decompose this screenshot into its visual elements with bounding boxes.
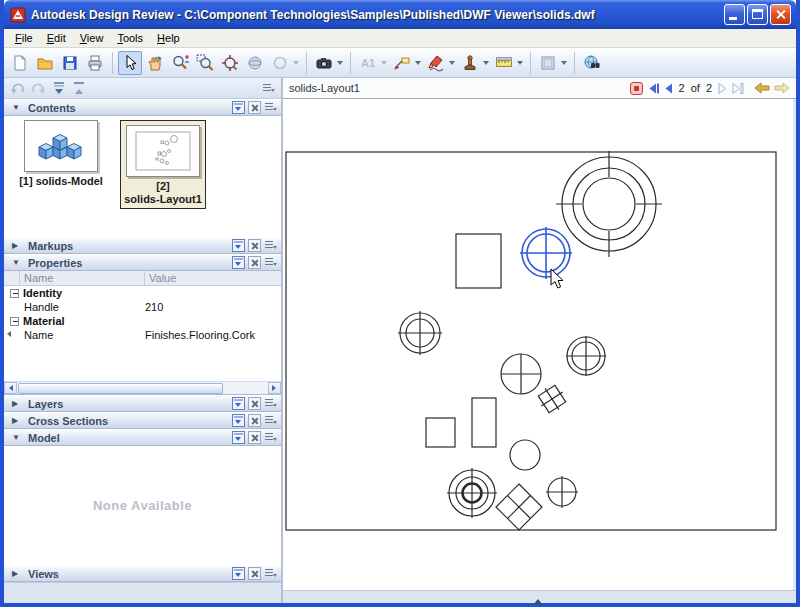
close-panel-icon[interactable]: [248, 567, 261, 580]
drawing-target-circle: [398, 311, 442, 355]
content-item-model[interactable]: [1] solids-Model: [10, 120, 112, 188]
last-page-button[interactable]: [731, 83, 744, 94]
close-panel-icon[interactable]: [248, 239, 261, 252]
dock-panel-icon[interactable]: [232, 431, 245, 444]
sidebar-collapse-handle[interactable]: [4, 328, 8, 342]
panel-header-properties[interactable]: ▼ Properties: [4, 254, 281, 271]
close-panel-icon[interactable]: [248, 397, 261, 410]
close-button[interactable]: [770, 4, 791, 25]
collapse-group-icon[interactable]: [10, 289, 19, 298]
close-panel-icon[interactable]: [248, 101, 261, 114]
measure-button[interactable]: [492, 51, 516, 75]
measure-dropdown-caret[interactable]: [517, 61, 523, 68]
fit-to-window-button[interactable]: [218, 51, 242, 75]
dock-panel-icon[interactable]: [232, 256, 245, 269]
next-page-button[interactable]: [717, 83, 727, 94]
panel-options-icon[interactable]: [264, 256, 277, 269]
snapshot-dropdown-caret[interactable]: [337, 61, 343, 68]
orbit-tool-button[interactable]: [243, 51, 267, 75]
minimize-button[interactable]: [724, 4, 745, 25]
sheet-dropdown-caret[interactable]: [561, 61, 567, 68]
panel-options-icon[interactable]: [264, 431, 277, 444]
freehand-dropdown-caret[interactable]: [449, 61, 455, 68]
menu-edit[interactable]: Edit: [40, 30, 73, 46]
panel-header-model[interactable]: ▼ Model: [4, 429, 281, 446]
panel-options-icon[interactable]: [264, 567, 277, 580]
close-panel-icon[interactable]: [248, 431, 261, 444]
toolbar-separator: [306, 52, 307, 74]
previous-page-button[interactable]: [664, 83, 674, 94]
zoom-tool-button[interactable]: [168, 51, 192, 75]
expand-arrow-icon[interactable]: ▶: [12, 399, 22, 408]
text-markup-dropdown-caret[interactable]: [381, 61, 387, 68]
undo-icon[interactable]: [10, 82, 25, 95]
property-row[interactable]: Identity: [4, 286, 281, 300]
next-markup-icon[interactable]: [52, 81, 66, 95]
dock-panel-icon[interactable]: [232, 239, 245, 252]
property-row[interactable]: Name Finishes.Flooring.Cork: [4, 328, 281, 342]
new-document-button[interactable]: [8, 51, 32, 75]
stamp-button[interactable]: [458, 51, 482, 75]
select-tool-button[interactable]: [118, 51, 142, 75]
panel-header-views[interactable]: ▶ Views: [4, 565, 281, 582]
menu-tools[interactable]: Tools: [110, 30, 150, 46]
property-row[interactable]: Handle 210: [4, 300, 281, 314]
text-markup-button[interactable]: A1: [356, 51, 380, 75]
find-button[interactable]: [580, 51, 604, 75]
menu-help[interactable]: Help: [150, 30, 187, 46]
collapse-group-icon[interactable]: [10, 317, 19, 326]
scroll-right-button[interactable]: [268, 382, 281, 394]
new-document-icon: [11, 54, 29, 72]
panel-options-icon[interactable]: [264, 414, 277, 427]
panel-header-contents[interactable]: ▼ Contents: [4, 99, 281, 116]
collapse-arrow-icon[interactable]: ▼: [12, 103, 22, 112]
print-button[interactable]: [83, 51, 107, 75]
maximize-button[interactable]: [747, 4, 768, 25]
drawing-canvas[interactable]: [283, 99, 796, 590]
turntable-dropdown-caret[interactable]: [293, 61, 299, 68]
previous-markup-icon[interactable]: [72, 81, 86, 95]
panel-options-icon[interactable]: [264, 101, 277, 114]
expand-bottom-panel-icon[interactable]: [533, 594, 543, 605]
scroll-left-button[interactable]: [4, 382, 17, 394]
freehand-markup-button[interactable]: [424, 51, 448, 75]
callout-dropdown-caret[interactable]: [415, 61, 421, 68]
open-button[interactable]: [33, 51, 57, 75]
save-button[interactable]: [58, 51, 82, 75]
panel-header-markups[interactable]: ▶ Markups: [4, 237, 281, 254]
panel-options-icon[interactable]: [264, 239, 277, 252]
sidebar-options-icon[interactable]: [262, 82, 275, 95]
dock-panel-icon[interactable]: [232, 414, 245, 427]
zoom-rectangle-button[interactable]: [193, 51, 217, 75]
callout-markup-button[interactable]: [390, 51, 414, 75]
close-panel-icon[interactable]: [248, 414, 261, 427]
property-row[interactable]: Material: [4, 314, 281, 328]
snapshot-button[interactable]: [312, 51, 336, 75]
expand-arrow-icon[interactable]: ▶: [12, 569, 22, 578]
content-item-layout1[interactable]: [2] solids-Layout1: [120, 120, 206, 209]
view-forward-button[interactable]: [774, 82, 790, 94]
menu-view[interactable]: View: [73, 30, 111, 46]
dock-panel-icon[interactable]: [232, 397, 245, 410]
first-page-button[interactable]: [647, 83, 660, 94]
turntable-tool-button[interactable]: [268, 51, 292, 75]
dock-panel-icon[interactable]: [232, 101, 245, 114]
dock-panel-icon[interactable]: [232, 567, 245, 580]
close-panel-icon[interactable]: [248, 256, 261, 269]
panel-header-cross-sections[interactable]: ▶ Cross Sections: [4, 412, 281, 429]
scrollbar-thumb[interactable]: [18, 383, 223, 394]
panel-header-layers[interactable]: ▶ Layers: [4, 395, 281, 412]
panel-options-icon[interactable]: [264, 397, 277, 410]
sheet-options-button[interactable]: [536, 51, 560, 75]
properties-hscrollbar[interactable]: [4, 381, 281, 394]
view-back-button[interactable]: [754, 82, 770, 94]
menu-file[interactable]: File: [8, 30, 40, 46]
stop-icon[interactable]: [630, 82, 643, 95]
expand-arrow-icon[interactable]: ▶: [12, 416, 22, 425]
stamp-dropdown-caret[interactable]: [483, 61, 489, 68]
expand-arrow-icon[interactable]: ▶: [12, 241, 22, 250]
redo-icon[interactable]: [31, 82, 46, 95]
pan-tool-button[interactable]: [143, 51, 167, 75]
collapse-arrow-icon[interactable]: ▼: [12, 258, 22, 267]
collapse-arrow-icon[interactable]: ▼: [12, 433, 22, 442]
